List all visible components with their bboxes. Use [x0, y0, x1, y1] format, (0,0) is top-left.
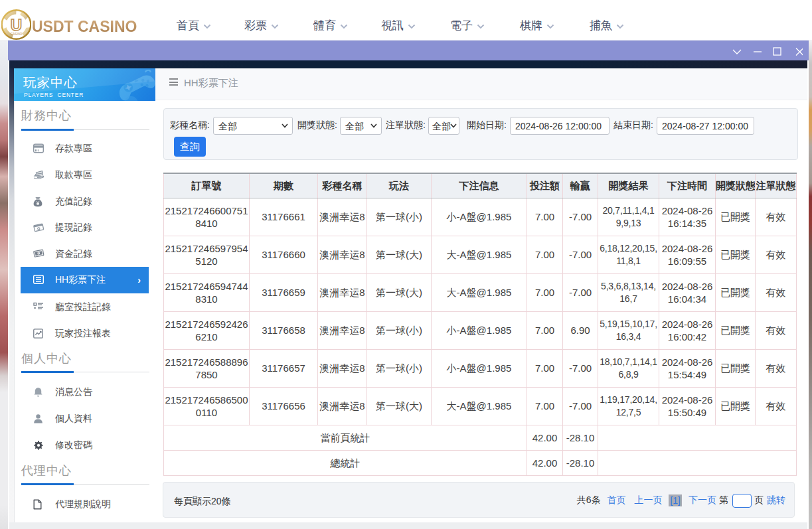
svg-text:U: U — [11, 16, 22, 34]
svg-text:CASINO: CASINO — [11, 33, 23, 36]
